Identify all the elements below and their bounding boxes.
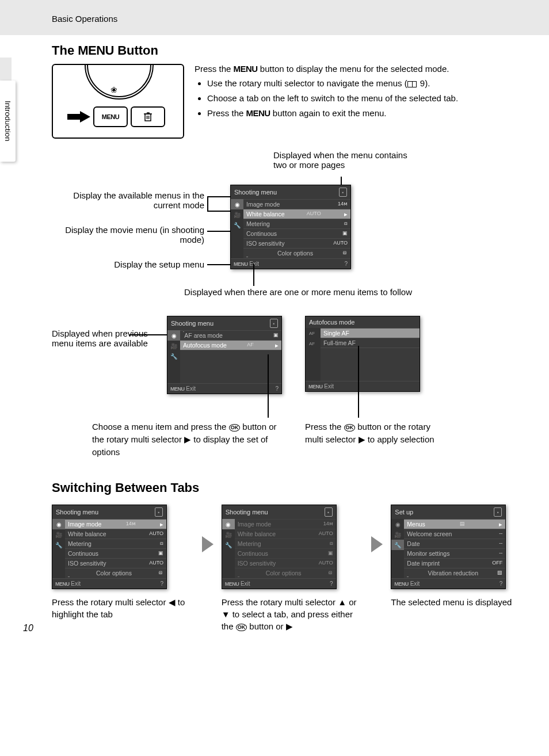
tab-movie-icon: 🎥 (222, 529, 235, 540)
intro-bullet-2: Choose a tab on the left to switch to th… (207, 92, 526, 105)
menu-item: Metering⧈ (243, 219, 350, 228)
lcd-shooting-menu-page2: Shooting menu▪ ◉ 🎥 🔧 AF area mode▣ Autof… (167, 316, 282, 394)
lcd-autofocus-mode: Autofocus mode AF AF Single AF Full-time… (305, 316, 420, 392)
tab-setup-icon: 🔧 (391, 540, 404, 550)
arrow-right-icon (202, 536, 214, 552)
tab-movie-icon: 🎥 (391, 529, 404, 540)
menu-item-selected: Single AF (321, 328, 420, 338)
tab-spare (231, 230, 243, 240)
page-number: 10 (23, 623, 33, 633)
lcd-switch-step3: Set up▪ ◉ 🎥 🔧 Menus▤▸ Welcome screen-- D… (391, 505, 506, 589)
tab-movie-icon: 🎥 (167, 341, 180, 351)
menu-item: Monitor settings-- (404, 548, 505, 558)
intro-bullet-3: Press the MENU button again to exit the … (207, 107, 526, 120)
ok-button-icon: OK (236, 624, 247, 631)
menu-item: Continuous▣ (235, 548, 336, 558)
lcd-switch-step2: Shooting menu▪ ◉ 🎥 🔧 Image mode14ᴍ White… (222, 505, 337, 589)
scroll-indicator-icon: ▪ (339, 188, 347, 197)
menu-item: Menus▤▸ (404, 519, 505, 529)
menu-item: Image mode14ᴍ▸ (65, 519, 166, 529)
callout-more-follow: Displayed when there are one or more men… (184, 287, 495, 297)
af-option-icon: AF (306, 338, 318, 349)
tab-movie-icon: 🎥 (52, 529, 65, 540)
manual-reference-icon (407, 81, 417, 87)
menu-button-illustration: MENU (93, 106, 128, 127)
help-icon: ? (344, 261, 348, 267)
intro-bullet-list: Use the rotary multi selector to navigat… (207, 77, 526, 119)
side-tab-introduction: Introduction (0, 81, 16, 162)
menu-item: Image mode14ᴍ (235, 519, 336, 529)
menu-item: Color options⦻ (235, 568, 336, 578)
menu-item: Continuous▣ (65, 548, 166, 558)
lcd-shooting-menu-main: Shooting menu▪ ◉ 🎥 🔧 Image mode14ᴍ White… (230, 185, 351, 269)
ok-button-icon: OK (229, 424, 241, 432)
section-title-menu-button: The MENU Button (52, 43, 526, 58)
arrow-to-menu-icon (67, 111, 90, 123)
menu-item: AF area mode▣ (180, 330, 281, 340)
step1-caption: Press the rotary multi selector ◀ to hig… (52, 596, 194, 620)
menu-item: Date-- (404, 539, 505, 548)
menu-item: ISO sensitivityAUTO (235, 558, 336, 568)
menu-item: Metering⧈ (235, 539, 336, 548)
menu-item: Vibration reduction▧ (404, 568, 505, 578)
menu-item: ISO sensitivityAUTO (65, 558, 166, 568)
scroll-indicator-icon: ▪ (270, 319, 278, 328)
menu-item: White balanceAUTO (65, 529, 166, 539)
menu-item: Date imprintOFF (404, 558, 505, 568)
menu-item-selected: White balanceAUTO▸ (243, 209, 350, 219)
menu-item: Welcome screen-- (404, 529, 505, 539)
tab-setup-icon: 🔧 (167, 351, 180, 361)
help-icon: ? (275, 385, 279, 392)
ok-button-icon: OK (344, 424, 356, 432)
tab-shooting-icon: ◉ (231, 199, 243, 209)
callout-movie-menu: Display the movie menu (in shooting mode… (52, 225, 204, 245)
step3-caption: The selected menu is displayed (391, 596, 533, 608)
menu-item: ISO sensitivityAUTO (243, 238, 350, 248)
menu-item-selected: Autofocus modeAF▸ (180, 340, 281, 350)
callout-choose-item: Choose a menu item and press the OK butt… (92, 421, 282, 458)
af-option-icon: AF (306, 328, 318, 338)
callout-setup-menu: Display the setup menu (52, 259, 204, 269)
tab-shooting-icon: ◉ (52, 519, 65, 529)
menu-item: Image mode14ᴍ (243, 199, 350, 209)
intro-paragraph: Press the MENU button to display the men… (195, 64, 526, 74)
tab-shooting-icon: ◉ (167, 330, 180, 341)
camera-top-diagram: ❀ MENU (52, 64, 184, 139)
tab-shooting-icon: ◉ (391, 519, 404, 529)
callout-available-menus: Display the available menus in the curre… (52, 190, 204, 210)
menu-item: Metering⧈ (65, 539, 166, 548)
side-tab-rail: Introduction (0, 58, 16, 162)
menu-item: Full-time AF (321, 338, 420, 348)
tab-shooting-icon: ◉ (222, 519, 235, 529)
callout-prev-available: Displayed when previous menu items are a… (52, 329, 161, 348)
breadcrumb: Basic Operations (52, 14, 526, 24)
arrow-right-icon (371, 536, 383, 552)
tab-movie-icon: 🎥 (231, 209, 243, 220)
lcd-switch-step1: Shooting menu▪ ◉ 🎥 🔧 Image mode14ᴍ▸ Whit… (52, 505, 167, 589)
intro-bullet-1: Use the rotary multi selector to navigat… (207, 77, 526, 90)
tab-setup-icon: 🔧 (52, 540, 65, 550)
delete-button-illustration (131, 106, 165, 127)
macro-icon: ❀ (110, 85, 117, 94)
section-title-switching-tabs: Switching Between Tabs (52, 480, 526, 495)
callout-multipage: Displayed when the menu contains two or … (273, 150, 417, 170)
menu-item: Continuous▣ (243, 228, 350, 238)
callout-apply: Press the OK button or the rotary multi … (305, 421, 443, 446)
tab-setup-icon: 🔧 (222, 540, 235, 550)
menu-item: White balanceAUTO (235, 529, 336, 539)
menu-item: Color options⦻ (65, 568, 166, 578)
step2-caption: Press the rotary multi selector ▲ or ▼ t… (222, 596, 364, 632)
menu-item: Color options⦻ (243, 248, 350, 258)
tab-setup-icon: 🔧 (231, 220, 243, 230)
